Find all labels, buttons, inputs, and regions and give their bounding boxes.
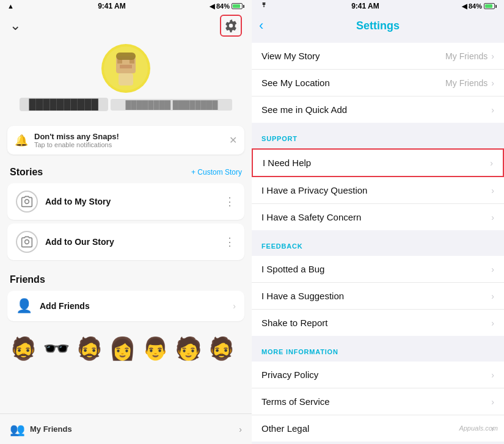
- add-friends-chevron: ›: [233, 301, 236, 311]
- stories-title: Stories: [10, 167, 43, 178]
- friend-avatar-2[interactable]: 🕶️: [40, 328, 72, 369]
- add-friends-label: Add Friends: [40, 301, 225, 311]
- wifi-icon: [259, 2, 269, 9]
- privacy-question-row[interactable]: I Have a Privacy Question ›: [252, 177, 504, 204]
- view-my-story-row[interactable]: View My Story My Friends ›: [252, 43, 504, 70]
- shake-to-report-row[interactable]: Shake to Report ›: [252, 310, 504, 336]
- add-friends-item[interactable]: 👤 Add Friends ›: [7, 291, 244, 321]
- right-time: 9:41 AM: [351, 2, 379, 10]
- spotted-bug-label: I Spotted a Bug: [261, 264, 491, 274]
- profile-section: ██████████ ████████ ████████: [0, 39, 252, 121]
- watermark: Appuals.com: [459, 424, 498, 432]
- custom-story-button[interactable]: + Custom Story: [191, 168, 242, 177]
- quick-add-chevron: ›: [491, 105, 494, 115]
- friend-avatar-3[interactable]: 🧔: [73, 328, 105, 369]
- feedback-section-label: FEEDBACK: [252, 234, 504, 252]
- gear-button[interactable]: [220, 15, 242, 37]
- shake-to-report-label: Shake to Report: [261, 318, 491, 328]
- avatar-image: [104, 46, 148, 90]
- see-my-location-row[interactable]: See My Location My Friends ›: [252, 70, 504, 96]
- svg-point-8: [25, 200, 29, 204]
- location-icon: ◀: [210, 2, 214, 10]
- quick-add-label: See me in Quick Add: [261, 104, 491, 115]
- person-icon: 👥: [10, 422, 25, 437]
- bottom-tab-bar: 👥 My Friends ›: [0, 413, 252, 444]
- right-signal: [259, 2, 269, 10]
- i-need-help-label: I Need Help: [263, 158, 490, 168]
- camera-icon: [21, 195, 33, 208]
- my-story-label: Add to My Story: [45, 197, 217, 206]
- my-story-menu-icon[interactable]: ⋮: [224, 195, 236, 208]
- add-our-story-item[interactable]: Add to Our Story ⋮: [7, 224, 244, 260]
- settings-header: ‹ Settings: [252, 12, 504, 39]
- view-my-story-label: View My Story: [261, 51, 445, 61]
- back-button[interactable]: ‹: [259, 18, 263, 34]
- person-add-icon: 👤: [16, 298, 32, 314]
- i-need-help-row[interactable]: I Need Help ›: [252, 148, 504, 177]
- safety-concern-row[interactable]: I Have a Safety Concern ›: [252, 204, 504, 230]
- username-block: ██████████ ████████ ████████: [20, 98, 233, 114]
- chevron-down-icon[interactable]: ⌄: [10, 18, 21, 34]
- right-location-icon: ◀: [462, 2, 467, 10]
- gear-icon: [224, 19, 238, 32]
- notification-banner[interactable]: 🔔 Don't miss any Snaps! Tap to enable no…: [7, 126, 244, 155]
- shake-to-report-chevron: ›: [491, 318, 494, 328]
- settings-list: View My Story My Friends › See My Locati…: [252, 39, 504, 444]
- privacy-group: View My Story My Friends › See My Locati…: [252, 43, 504, 123]
- my-story-icon: [16, 191, 38, 213]
- left-status-right: ◀ 84%: [210, 2, 244, 10]
- privacy-question-label: I Have a Privacy Question: [261, 185, 491, 195]
- svg-rect-7: [104, 46, 148, 90]
- terms-of-service-chevron: ›: [491, 397, 494, 407]
- see-my-location-chevron: ›: [491, 78, 494, 88]
- display-name: ██████████: [20, 98, 108, 111]
- privacy-policy-chevron: ›: [491, 370, 494, 380]
- spotted-bug-row[interactable]: I Spotted a Bug ›: [252, 256, 504, 283]
- friend-avatar-5[interactable]: 👨: [139, 328, 171, 369]
- add-my-story-item[interactable]: Add to My Story ⋮: [7, 183, 244, 220]
- close-icon[interactable]: ✕: [229, 134, 237, 146]
- see-my-location-label: See My Location: [261, 78, 445, 88]
- svg-point-9: [25, 240, 29, 244]
- terms-of-service-row[interactable]: Terms of Service ›: [252, 388, 504, 415]
- left-panel: ▲ 9:41 AM ◀ 84% ⌄: [0, 0, 252, 444]
- right-battery-icon: [484, 3, 497, 9]
- battery-percent: 84%: [216, 2, 230, 10]
- left-time: 9:41 AM: [98, 2, 126, 10]
- view-my-story-value: My Friends: [445, 51, 488, 61]
- notification-title: Don't miss any Snaps!: [34, 132, 223, 141]
- username-handle: ████████ ████████: [111, 99, 232, 111]
- privacy-policy-row[interactable]: Privacy Policy ›: [252, 362, 504, 388]
- safety-concern-label: I Have a Safety Concern: [261, 212, 491, 222]
- other-legal-label: Other Legal: [261, 423, 491, 434]
- avatar[interactable]: [101, 44, 150, 93]
- privacy-policy-label: Privacy Policy: [261, 369, 491, 380]
- friend-avatar-1[interactable]: 🧔: [7, 328, 39, 369]
- my-friends-label[interactable]: My Friends: [30, 424, 72, 434]
- privacy-question-chevron: ›: [491, 186, 494, 195]
- spotted-bug-chevron: ›: [491, 264, 494, 274]
- right-status-bar: 9:41 AM ◀ 84%: [252, 0, 504, 12]
- notification-text: Don't miss any Snaps! Tap to enable noti…: [34, 132, 223, 148]
- suggestion-row[interactable]: I Have a Suggestion ›: [252, 283, 504, 310]
- friends-avatars-row: 🧔 🕶️ 🧔 👩 👨 🧑 🧔: [0, 326, 252, 374]
- left-status-bar: ▲ 9:41 AM ◀ 84%: [0, 0, 252, 12]
- friends-header: Friends: [0, 267, 252, 289]
- camera2-icon: [21, 236, 33, 248]
- quick-add-row[interactable]: See me in Quick Add ›: [252, 96, 504, 123]
- friend-avatar-7[interactable]: 🧔: [205, 328, 237, 369]
- friend-avatar-6[interactable]: 🧑: [172, 328, 204, 369]
- feedback-group: I Spotted a Bug › I Have a Suggestion › …: [252, 256, 504, 336]
- suggestion-label: I Have a Suggestion: [261, 291, 491, 301]
- left-header: ⌄: [0, 12, 252, 39]
- friends-section: Friends 👤 Add Friends ›: [0, 262, 252, 326]
- support-group: I Need Help › I Have a Privacy Question …: [252, 148, 504, 230]
- stories-header: Stories + Custom Story: [0, 159, 252, 181]
- more-info-section-label: MORE INFORMATION: [252, 340, 504, 358]
- our-story-menu-icon[interactable]: ⋮: [224, 235, 236, 249]
- friend-avatar-4[interactable]: 👩: [106, 328, 138, 369]
- suggestion-chevron: ›: [491, 291, 494, 301]
- battery-icon: [232, 3, 244, 9]
- terms-of-service-label: Terms of Service: [261, 396, 491, 407]
- see-my-location-value: My Friends: [445, 78, 488, 88]
